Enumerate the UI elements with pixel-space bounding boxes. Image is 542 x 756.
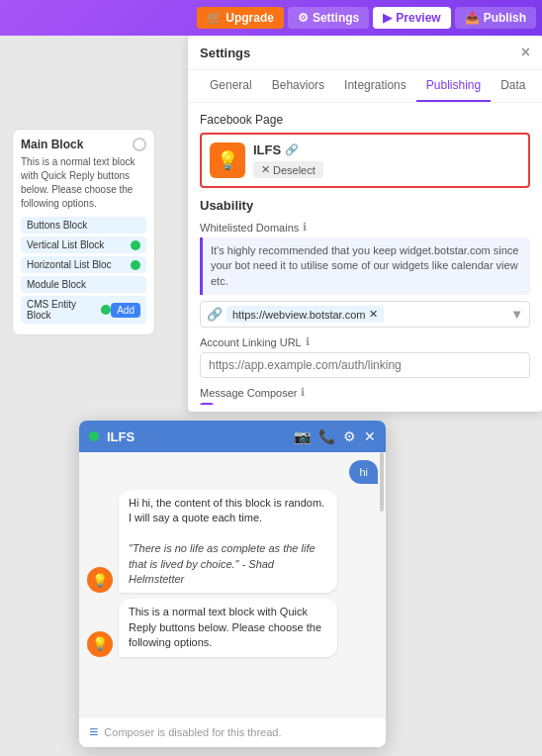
chat-composer: ≡ Composer is disabled for this thread. (79, 716, 386, 747)
settings-panel: Settings × General Behaviors Integration… (188, 36, 542, 412)
video-icon[interactable]: 📷 (294, 428, 311, 444)
dropdown-icon: ▼ (510, 307, 523, 322)
publish-icon: 📤 (465, 11, 480, 25)
settings-title: Settings (200, 46, 250, 60)
message-composer-label: Message Composer ℹ (200, 386, 530, 399)
user-message-hi: hi (87, 460, 378, 484)
domain-tag[interactable]: https://webview.botstar.com ✕ (226, 306, 384, 323)
settings-icon[interactable]: ⚙ (343, 428, 356, 444)
add-button[interactable]: Add (111, 303, 140, 318)
online-dot (89, 431, 99, 441)
settings-body: Facebook Page 💡 ILFS 🔗 ✕ Deselect Usabil… (188, 103, 542, 405)
publish-button[interactable]: 📤 Publish (455, 7, 536, 29)
tab-general[interactable]: General (200, 70, 262, 102)
bot-avatar: 💡 (87, 567, 113, 593)
facebook-page-label: Facebook Page (200, 113, 530, 127)
whitelisted-domains-info: It's highly recommended that you keep wi… (200, 237, 530, 295)
bot-message-1: 💡 Hi hi, the content of this block is ra… (87, 490, 378, 593)
tab-publishing[interactable]: Publishing (416, 70, 491, 102)
main-block-description: This is a normal text block with Quick R… (21, 155, 146, 211)
list-item[interactable]: Module Block (21, 276, 146, 293)
chat-title: ILFS (107, 429, 286, 444)
chat-header: ILFS 📷 📞 ⚙ ✕ (79, 421, 386, 452)
settings-header: Settings × (188, 36, 542, 70)
phone-icon[interactable]: 📞 (318, 428, 335, 444)
bot-bubble-1: Hi hi, the content of this block is rand… (119, 490, 337, 593)
play-icon: ▶ (383, 11, 392, 25)
info-icon-3: ℹ (301, 386, 305, 399)
chat-body: hi 💡 Hi hi, the content of this block is… (79, 452, 386, 716)
usability-label: Usability (200, 198, 530, 213)
main-block-card: Main Block This is a normal text block w… (12, 129, 155, 335)
top-bar: 🛒 Upgrade ⚙ Settings ▶ Preview 📤 Publish (0, 0, 542, 36)
link-icon: 🔗 (207, 307, 223, 322)
remove-domain-icon[interactable]: ✕ (369, 308, 378, 321)
hamburger-icon: ≡ (89, 723, 98, 741)
list-item[interactable]: Horizontal List Bloc (21, 256, 146, 273)
settings-button[interactable]: ⚙ Settings (288, 7, 369, 29)
status-dot-green (101, 305, 111, 315)
user-bubble: hi (349, 460, 378, 484)
list-item[interactable]: Vertical List Block (21, 236, 146, 253)
gear-icon: ⚙ (298, 11, 309, 25)
info-icon: ℹ (303, 221, 307, 234)
main-block-header: Main Block (21, 138, 146, 151)
main-block-status-dot (133, 138, 146, 151)
tab-integrations[interactable]: Integrations (334, 70, 416, 102)
facebook-page-box: 💡 ILFS 🔗 ✕ Deselect (200, 133, 530, 188)
chat-header-icons: 📷 📞 ⚙ ✕ (294, 428, 376, 444)
close-chat-icon[interactable]: ✕ (364, 428, 376, 444)
upgrade-button[interactable]: 🛒 Upgrade (197, 7, 284, 29)
disable-composer-checkbox[interactable]: ✓ (200, 403, 214, 405)
tab-behaviors[interactable]: Behaviors (262, 70, 334, 102)
facebook-page-inner: 💡 ILFS 🔗 ✕ Deselect (210, 142, 520, 178)
external-link-icon: 🔗 (285, 143, 299, 156)
domain-input-row: 🔗 https://webview.botstar.com ✕ ▼ (200, 301, 530, 328)
facebook-page-icon: 💡 (210, 142, 245, 178)
bot-message-2: 💡 This is a normal text block with Quick… (87, 599, 378, 656)
scrollbar[interactable] (380, 452, 384, 512)
disable-composer-row: ✓ Disable composer field (200, 403, 530, 405)
list-item[interactable]: CMS Entity Block Add (21, 296, 146, 324)
close-button[interactable]: × (521, 44, 530, 61)
chat-preview: ILFS 📷 📞 ⚙ ✕ hi 💡 Hi hi, the content of … (79, 421, 386, 747)
status-dot-green (131, 260, 140, 270)
upgrade-icon: 🛒 (207, 11, 222, 25)
preview-button[interactable]: ▶ Preview (373, 7, 450, 29)
info-icon-2: ℹ (306, 335, 310, 348)
bot-quote: "There is no life as complete as the lif… (129, 542, 316, 585)
tab-data[interactable]: Data (491, 70, 535, 102)
close-x-icon: ✕ (261, 163, 270, 176)
account-linking-label: Account Linking URL ℹ (200, 335, 530, 348)
list-item[interactable]: Buttons Block (21, 217, 146, 234)
settings-tabs: General Behaviors Integrations Publishin… (188, 70, 542, 103)
composer-disabled-text: Composer is disabled for this thread. (104, 726, 376, 738)
deselect-button[interactable]: ✕ Deselect (253, 161, 323, 178)
bot-avatar-2: 💡 (87, 631, 113, 657)
bot-bubble-2: This is a normal text block with Quick R… (119, 599, 337, 656)
whitelisted-domains-label: Whitelisted Domains ℹ (200, 221, 530, 234)
status-dot-green (131, 240, 140, 250)
facebook-page-name: ILFS 🔗 (253, 142, 323, 157)
account-linking-input[interactable] (200, 352, 530, 378)
